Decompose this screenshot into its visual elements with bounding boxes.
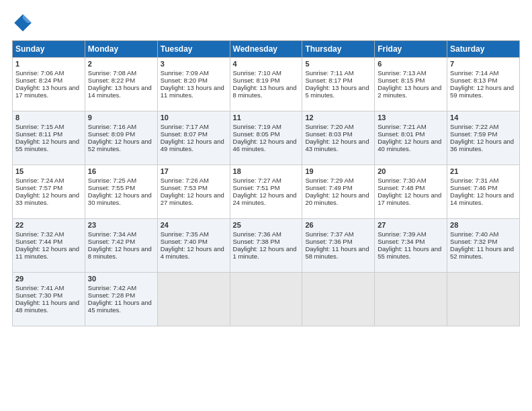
day-number: 21 (450, 167, 517, 175)
sunset-text: Sunset: 7:40 PM (161, 238, 208, 245)
day-number: 28 (450, 221, 517, 229)
sunrise-text: Sunrise: 7:39 AM (378, 230, 426, 238)
calendar-cell: 10Sunrise: 7:17 AMSunset: 8:07 PMDayligh… (157, 111, 230, 165)
sunrise-text: Sunrise: 7:10 AM (233, 69, 281, 77)
daylight-text: Daylight: 12 hours and 30 minutes. (88, 191, 152, 206)
daylight-text: Daylight: 12 hours and 40 minutes. (378, 138, 441, 152)
sunrise-text: Sunrise: 7:16 AM (88, 123, 136, 130)
calendar-header-cell: Saturday (447, 41, 520, 58)
sunset-text: Sunset: 8:19 PM (233, 77, 280, 84)
calendar-cell: 9Sunrise: 7:16 AMSunset: 8:09 PMDaylight… (85, 111, 157, 165)
sunset-text: Sunset: 7:48 PM (378, 184, 425, 191)
day-number: 5 (305, 60, 371, 68)
sunset-text: Sunset: 7:57 PM (15, 184, 62, 191)
sunrise-text: Sunrise: 7:35 AM (161, 230, 209, 238)
calendar-week-row: 1Sunrise: 7:06 AMSunset: 8:24 PMDaylight… (13, 58, 520, 111)
sunrise-text: Sunrise: 7:22 AM (450, 123, 498, 130)
day-number: 14 (450, 113, 517, 122)
daylight-text: Daylight: 12 hours and 46 minutes. (233, 138, 297, 152)
logo-icon (12, 12, 34, 34)
daylight-text: Daylight: 12 hours and 43 minutes. (305, 138, 369, 152)
day-number: 29 (15, 275, 82, 283)
day-number: 1 (15, 60, 82, 68)
daylight-text: Daylight: 12 hours and 27 minutes. (161, 191, 224, 206)
header (12, 12, 520, 34)
sunset-text: Sunset: 7:55 PM (88, 184, 135, 191)
calendar-cell: 7Sunrise: 7:14 AMSunset: 8:13 PMDaylight… (447, 58, 520, 111)
sunrise-text: Sunrise: 7:41 AM (15, 284, 64, 291)
sunrise-text: Sunrise: 7:17 AM (161, 123, 209, 130)
daylight-text: Daylight: 12 hours and 36 minutes. (450, 138, 514, 152)
day-number: 7 (450, 60, 517, 68)
daylight-text: Daylight: 12 hours and 4 minutes. (161, 245, 224, 260)
daylight-text: Daylight: 11 hours and 58 minutes. (305, 245, 369, 260)
sunrise-text: Sunrise: 7:09 AM (161, 69, 209, 77)
calendar-cell: 28Sunrise: 7:40 AMSunset: 7:32 PMDayligh… (447, 219, 520, 273)
sunrise-text: Sunrise: 7:14 AM (450, 69, 498, 77)
sunset-text: Sunset: 7:49 PM (305, 184, 352, 191)
sunset-text: Sunset: 8:15 PM (378, 77, 425, 84)
calendar-cell: 18Sunrise: 7:27 AMSunset: 7:51 PMDayligh… (230, 165, 302, 219)
sunset-text: Sunset: 7:44 PM (15, 238, 62, 245)
calendar-cell: 22Sunrise: 7:32 AMSunset: 7:44 PMDayligh… (13, 219, 85, 273)
daylight-text: Daylight: 12 hours and 49 minutes. (161, 138, 224, 152)
sunset-text: Sunset: 8:11 PM (15, 130, 62, 138)
calendar-cell: 14Sunrise: 7:22 AMSunset: 7:59 PMDayligh… (447, 111, 520, 165)
sunset-text: Sunset: 8:07 PM (161, 130, 208, 138)
calendar-cell (447, 273, 520, 326)
daylight-text: Daylight: 12 hours and 59 minutes. (450, 84, 514, 99)
calendar-week-row: 8Sunrise: 7:15 AMSunset: 8:11 PMDaylight… (13, 111, 520, 165)
calendar-cell: 8Sunrise: 7:15 AMSunset: 8:11 PMDaylight… (13, 111, 85, 165)
calendar-cell: 21Sunrise: 7:31 AMSunset: 7:46 PMDayligh… (447, 165, 520, 219)
sunrise-text: Sunrise: 7:26 AM (161, 177, 209, 184)
daylight-text: Daylight: 11 hours and 48 minutes. (15, 299, 79, 314)
sunrise-text: Sunrise: 7:20 AM (305, 123, 353, 130)
day-number: 2 (88, 60, 154, 68)
day-number: 13 (378, 113, 444, 122)
sunset-text: Sunset: 8:09 PM (88, 130, 135, 138)
sunset-text: Sunset: 7:30 PM (15, 291, 62, 299)
calendar-header-cell: Friday (375, 41, 447, 58)
calendar-cell (302, 273, 375, 326)
sunset-text: Sunset: 7:28 PM (88, 291, 135, 299)
sunrise-text: Sunrise: 7:30 AM (378, 177, 426, 184)
sunset-text: Sunset: 7:32 PM (450, 238, 497, 245)
day-number: 20 (378, 167, 444, 175)
logo (12, 12, 38, 34)
calendar-week-row: 29Sunrise: 7:41 AMSunset: 7:30 PMDayligh… (13, 273, 520, 326)
sunset-text: Sunset: 7:51 PM (233, 184, 280, 191)
sunset-text: Sunset: 8:24 PM (15, 77, 62, 84)
calendar-cell: 15Sunrise: 7:24 AMSunset: 7:57 PMDayligh… (13, 165, 85, 219)
day-number: 6 (378, 60, 444, 68)
day-number: 30 (88, 275, 154, 283)
sunrise-text: Sunrise: 7:15 AM (15, 123, 64, 130)
calendar-cell: 4Sunrise: 7:10 AMSunset: 8:19 PMDaylight… (230, 58, 302, 111)
sunrise-text: Sunrise: 7:40 AM (450, 230, 498, 238)
day-number: 24 (161, 221, 227, 229)
calendar-cell: 29Sunrise: 7:41 AMSunset: 7:30 PMDayligh… (13, 273, 85, 326)
sunset-text: Sunset: 8:17 PM (305, 77, 352, 84)
day-number: 26 (305, 221, 371, 229)
day-number: 18 (233, 167, 300, 175)
calendar-cell: 23Sunrise: 7:34 AMSunset: 7:42 PMDayligh… (85, 219, 157, 273)
sunrise-text: Sunrise: 7:08 AM (88, 69, 136, 77)
calendar-cell: 11Sunrise: 7:19 AMSunset: 8:05 PMDayligh… (230, 111, 302, 165)
daylight-text: Daylight: 12 hours and 14 minutes. (450, 191, 514, 206)
daylight-text: Daylight: 12 hours and 55 minutes. (15, 138, 79, 152)
day-number: 22 (15, 221, 82, 229)
sunrise-text: Sunrise: 7:24 AM (15, 177, 64, 184)
calendar-cell: 1Sunrise: 7:06 AMSunset: 8:24 PMDaylight… (13, 58, 85, 111)
day-number: 9 (88, 113, 154, 122)
daylight-text: Daylight: 11 hours and 52 minutes. (450, 245, 514, 260)
daylight-text: Daylight: 12 hours and 1 minute. (233, 245, 297, 260)
day-number: 11 (233, 113, 300, 122)
sunset-text: Sunset: 8:13 PM (450, 77, 497, 84)
calendar-header-row: SundayMondayTuesdayWednesdayThursdayFrid… (13, 41, 520, 58)
daylight-text: Daylight: 13 hours and 2 minutes. (378, 84, 441, 99)
calendar-week-row: 15Sunrise: 7:24 AMSunset: 7:57 PMDayligh… (13, 165, 520, 219)
sunset-text: Sunset: 7:46 PM (450, 184, 497, 191)
sunset-text: Sunset: 7:42 PM (88, 238, 135, 245)
daylight-text: Daylight: 11 hours and 45 minutes. (88, 299, 152, 314)
calendar-cell (230, 273, 302, 326)
sunset-text: Sunset: 7:53 PM (161, 184, 208, 191)
